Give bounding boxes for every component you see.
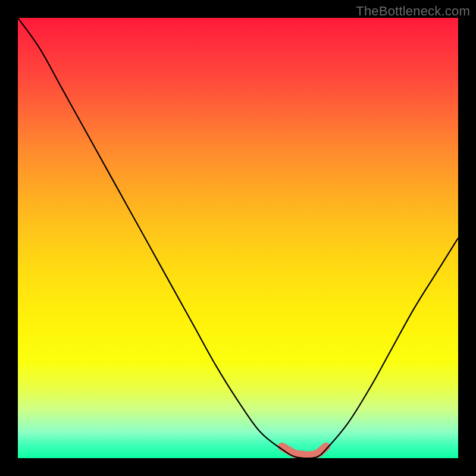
plot-area <box>18 18 458 458</box>
curve-svg <box>18 18 458 458</box>
chart-frame: TheBottleneck.com <box>0 0 476 476</box>
bottleneck-curve <box>18 18 458 458</box>
watermark-label: TheBottleneck.com <box>356 4 470 19</box>
